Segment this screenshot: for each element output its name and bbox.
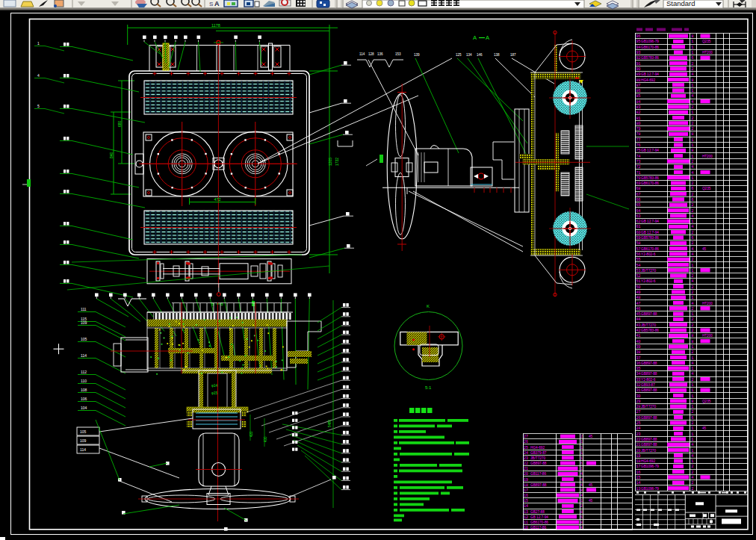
svg-text:20: 20 — [636, 449, 641, 453]
svg-text:25: 25 — [524, 446, 528, 450]
svg-text:1: 1 — [692, 405, 694, 409]
svg-text:GB6170-86: GB6170-86 — [641, 46, 659, 49]
svg-text:1: 1 — [692, 345, 694, 349]
svg-text:4: 4 — [692, 94, 694, 98]
svg-text:6: 6 — [692, 198, 694, 202]
svg-text:114: 114 — [359, 52, 365, 56]
svg-text:26: 26 — [524, 440, 528, 444]
svg-text:1: 1 — [692, 383, 694, 387]
svg-text:109: 109 — [81, 320, 87, 325]
svg-text:HG4-692: HG4-692 — [641, 78, 655, 82]
svg-text:187: 187 — [510, 53, 516, 57]
svg-text:1: 1 — [692, 138, 694, 142]
svg-text:52: 52 — [636, 274, 641, 278]
svg-text:2: 2 — [692, 274, 694, 278]
svg-text:1: 1 — [580, 451, 583, 455]
svg-text:GB6170-86: GB6170-86 — [641, 247, 659, 251]
svg-text:39: 39 — [636, 345, 641, 349]
svg-text:1178: 1178 — [211, 23, 220, 28]
svg-text:GB27-88: GB27-88 — [530, 510, 545, 514]
svg-text:12: 12 — [524, 515, 528, 519]
svg-text:4: 4 — [580, 472, 583, 476]
svg-text:2: 2 — [692, 421, 694, 425]
svg-text:75: 75 — [636, 149, 641, 152]
svg-text:2: 2 — [692, 378, 694, 382]
svg-text:95: 95 — [636, 40, 641, 43]
svg-text:46: 46 — [636, 307, 641, 311]
svg-text:2: 2 — [692, 291, 694, 294]
svg-text:φ14: φ14 — [211, 384, 217, 388]
svg-text:17: 17 — [636, 465, 641, 468]
svg-text:GB379-87: GB379-87 — [530, 451, 547, 455]
svg-text:114: 114 — [81, 353, 87, 358]
svg-text:GB117-86: GB117-86 — [530, 472, 546, 476]
svg-text:4: 4 — [692, 361, 694, 365]
svg-text:4: 4 — [692, 279, 694, 283]
svg-text:φ15: φ15 — [211, 391, 217, 395]
svg-text:HT200: HT200 — [702, 51, 713, 55]
svg-text:1: 1 — [692, 46, 694, 49]
svg-text:8: 8 — [692, 149, 694, 152]
svg-text:62: 62 — [636, 220, 641, 223]
svg-text:6: 6 — [692, 56, 694, 60]
svg-text:63: 63 — [636, 214, 641, 218]
svg-text:1: 1 — [692, 176, 694, 180]
svg-text:73: 73 — [636, 160, 641, 164]
svg-text:JB/T7270: JB/T7270 — [641, 269, 656, 273]
svg-text:41: 41 — [636, 334, 641, 338]
svg-text:4: 4 — [692, 100, 694, 104]
svg-text:Standard: Standard — [666, 0, 695, 7]
svg-text:94: 94 — [636, 46, 641, 49]
svg-text:HG4-692: HG4-692 — [530, 446, 545, 450]
svg-text:25: 25 — [636, 421, 641, 425]
svg-text:18: 18 — [524, 483, 528, 487]
svg-text:8: 8 — [580, 488, 583, 492]
svg-text:1: 1 — [692, 438, 694, 441]
svg-text:32: 32 — [636, 383, 641, 387]
svg-text:1: 1 — [692, 84, 694, 87]
svg-text:4: 4 — [692, 454, 694, 458]
svg-text:42: 42 — [636, 329, 641, 332]
svg-text:104: 104 — [81, 406, 87, 410]
svg-text:2: 2 — [692, 203, 694, 207]
svg-text:40: 40 — [636, 340, 641, 344]
svg-text:24: 24 — [524, 451, 528, 455]
svg-text:HT200: HT200 — [702, 302, 713, 305]
svg-text:20: 20 — [524, 472, 528, 476]
svg-text:A: A — [473, 34, 477, 41]
svg-text:27: 27 — [524, 435, 528, 438]
svg-text:109: 109 — [80, 438, 87, 443]
svg-text:GB117-86: GB117-86 — [530, 526, 546, 530]
svg-text:48: 48 — [636, 296, 641, 300]
svg-text:43: 43 — [636, 323, 641, 327]
svg-text:84: 84 — [636, 100, 641, 104]
svg-text:1: 1 — [692, 356, 694, 360]
svg-text:2: 2 — [692, 127, 694, 131]
svg-text:139: 139 — [414, 53, 420, 57]
svg-text:5:1: 5:1 — [425, 385, 432, 390]
svg-text:6: 6 — [692, 187, 694, 190]
svg-text:79: 79 — [636, 127, 641, 131]
svg-text:GB6170-86: GB6170-86 — [641, 181, 659, 185]
svg-text:8: 8 — [692, 340, 694, 344]
svg-text:77: 77 — [636, 138, 641, 142]
svg-text:1: 1 — [692, 388, 694, 392]
svg-text:GB5783-86: GB5783-86 — [641, 236, 659, 240]
svg-text:24: 24 — [636, 426, 641, 430]
svg-text:96: 96 — [636, 34, 641, 38]
svg-text:81: 81 — [636, 117, 641, 120]
svg-text:68: 68 — [636, 187, 641, 190]
svg-text:105: 105 — [80, 429, 87, 434]
svg-text:6: 6 — [692, 236, 694, 240]
svg-text:1: 1 — [580, 499, 583, 503]
svg-text:38: 38 — [636, 350, 641, 354]
svg-text:15: 15 — [636, 476, 641, 480]
svg-text:Q235: Q235 — [702, 400, 711, 403]
svg-text:GB5783-86: GB5783-86 — [641, 176, 659, 180]
svg-text:27: 27 — [636, 410, 641, 414]
svg-text:44: 44 — [636, 317, 641, 321]
svg-text:125: 125 — [456, 53, 462, 57]
svg-text:2: 2 — [692, 209, 694, 213]
svg-text:1: 1 — [580, 446, 583, 450]
svg-text:2: 2 — [692, 62, 694, 66]
